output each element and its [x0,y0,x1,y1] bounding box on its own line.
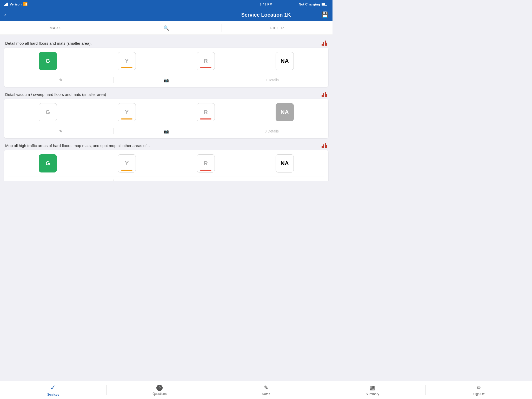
mark-button[interactable]: MARK [0,21,111,35]
details-button-3[interactable]: 0 Details [219,180,324,181]
main-content: Detail mop all hard floors and mats (sma… [0,35,332,181]
status-time: 3:43 PM [260,2,272,6]
rating-card-3: G Y R NA ✎ 📷 0 Details [4,150,328,181]
nav-bar: ‹ Service Location 1K 💾 [0,8,332,21]
rating-y-3[interactable]: Y [118,154,136,172]
chart-icon-1[interactable] [322,41,327,46]
edit-button-3[interactable]: ✎ [8,180,114,182]
rating-r-1[interactable]: R [197,52,215,70]
rating-card-1: G Y R NA ✎ 📷 0 Details [4,48,328,87]
edit-icon-2: ✎ [59,129,63,134]
rating-g-2[interactable]: G [39,103,57,121]
card-actions-3: ✎ 📷 0 Details [8,176,324,181]
toolbar: MARK 🔍 FILTER [0,21,332,35]
status-right: Not Charging [299,2,328,6]
details-count-2: 0 Details [264,129,278,133]
edit-icon-3: ✎ [59,180,63,182]
chart-icon-3[interactable] [322,143,327,148]
rating-g-3[interactable]: G [39,154,57,172]
rating-buttons-3: G Y R NA [8,154,324,172]
status-bar: Verizon 📶 3:43 PM Not Charging [0,0,332,8]
search-icon: 🔍 [163,25,169,31]
camera-button-3[interactable]: 📷 [114,180,219,182]
details-count-3: 0 Details [264,180,278,181]
service-section-1: Detail mop all hard floors and mats (sma… [0,38,332,87]
save-button[interactable]: 💾 [321,11,328,18]
rating-na-3[interactable]: NA [276,154,294,172]
edit-icon-1: ✎ [59,78,63,83]
camera-icon-3: 📷 [164,180,169,182]
details-count-1: 0 Details [264,78,278,82]
filter-button[interactable]: FILTER [222,21,332,35]
chart-icon-2[interactable] [322,92,327,97]
rating-r-2[interactable]: R [197,103,215,121]
service-title-row-1: Detail mop all hard floors and mats (sma… [0,38,332,48]
service-title-1: Detail mop all hard floors and mats (sma… [5,41,322,45]
rating-y-2[interactable]: Y [118,103,136,121]
card-actions-2: ✎ 📷 0 Details [8,125,324,134]
rating-r-3[interactable]: R [197,154,215,172]
camera-icon-2: 📷 [164,129,169,134]
details-button-1[interactable]: 0 Details [219,78,324,82]
card-actions-1: ✎ 📷 0 Details [8,74,324,83]
rating-na-2[interactable]: NA [276,103,294,121]
charging-label: Not Charging [299,2,320,6]
camera-button-1[interactable]: 📷 [114,78,219,83]
battery-icon [322,3,328,6]
camera-icon-1: 📷 [164,78,169,83]
service-section-2: Detail vacuum / sweep hard floors and ma… [0,89,332,138]
nav-title: Service Location 1K [241,12,291,18]
signal-icon [4,3,8,6]
rating-na-1[interactable]: NA [276,52,294,70]
details-button-2[interactable]: 0 Details [219,129,324,133]
rating-buttons-2: G Y R NA [8,103,324,121]
service-title-row-2: Detail vacuum / sweep hard floors and ma… [0,89,332,99]
camera-button-2[interactable]: 📷 [114,129,219,134]
service-title-2: Detail vacuum / sweep hard floors and ma… [5,92,322,97]
edit-button-2[interactable]: ✎ [8,129,114,134]
rating-buttons-1: G Y R NA [8,52,324,70]
wifi-icon: 📶 [23,2,28,6]
rating-y-1[interactable]: Y [118,52,136,70]
back-button[interactable]: ‹ [4,11,6,18]
service-section-3: Mop all high traffic areas of hard floor… [0,140,332,181]
search-button[interactable]: 🔍 [111,21,222,35]
service-title-row-3: Mop all high traffic areas of hard floor… [0,140,332,150]
edit-button-1[interactable]: ✎ [8,78,114,83]
rating-g-1[interactable]: G [39,52,57,70]
service-title-3: Mop all high traffic areas of hard floor… [5,143,322,148]
status-left: Verizon 📶 [4,2,28,6]
carrier-label: Verizon [10,2,22,6]
rating-card-2: G Y R NA ✎ 📷 0 Details [4,99,328,138]
